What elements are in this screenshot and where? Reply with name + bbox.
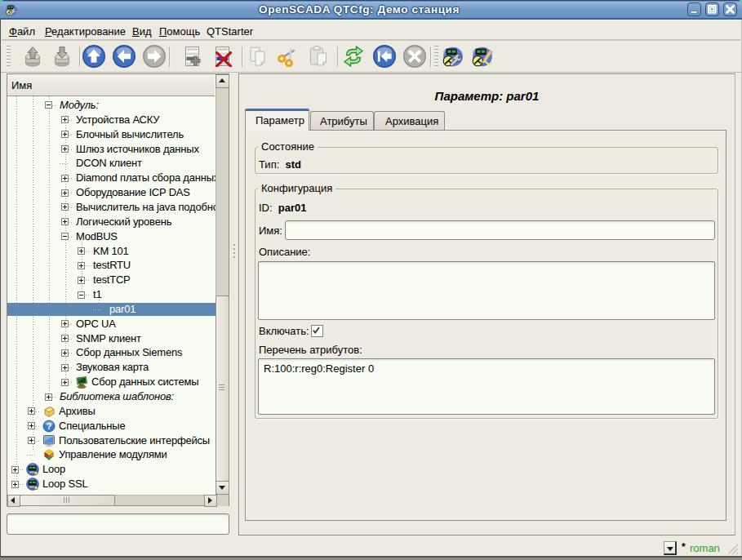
svg-text:?: ? (46, 421, 51, 431)
